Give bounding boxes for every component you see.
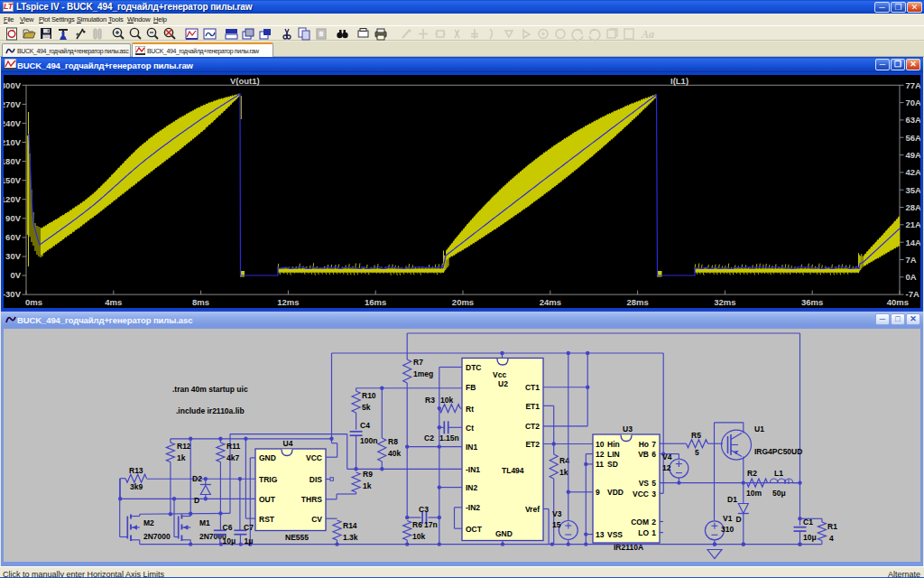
- svg-text:R10: R10: [362, 391, 376, 400]
- svg-text:R9: R9: [363, 470, 373, 479]
- svg-text:300V: 300V: [4, 80, 22, 90]
- svg-text:50μ: 50μ: [772, 489, 786, 498]
- svg-text:2N7000: 2N7000: [143, 532, 171, 541]
- svg-text:C4: C4: [360, 421, 370, 430]
- svg-text:49A: 49A: [906, 150, 921, 160]
- svg-text:VDD: VDD: [607, 488, 624, 497]
- svg-text:C6: C6: [223, 523, 233, 532]
- svg-text:RST: RST: [259, 515, 275, 524]
- svg-text:1.3k: 1.3k: [343, 533, 358, 542]
- svg-text:R3: R3: [425, 396, 435, 405]
- svg-text:150V: 150V: [4, 175, 22, 185]
- svg-text:TL494: TL494: [502, 466, 524, 475]
- svg-text:Ct: Ct: [466, 424, 474, 433]
- svg-text:28ms: 28ms: [626, 297, 648, 307]
- svg-text:V1: V1: [723, 514, 733, 523]
- svg-text:OCT: OCT: [466, 525, 483, 534]
- svg-text:10m: 10m: [746, 489, 762, 498]
- svg-text:COM: COM: [631, 517, 649, 527]
- svg-text:IN2: IN2: [466, 483, 478, 492]
- svg-text:10μ: 10μ: [803, 533, 817, 542]
- svg-text:4: 4: [829, 534, 834, 543]
- svg-text:I(L1): I(L1): [670, 76, 688, 86]
- svg-text:Vcc: Vcc: [493, 370, 506, 379]
- svg-text:C7: C7: [244, 523, 254, 532]
- svg-text:40ms: 40ms: [887, 297, 909, 307]
- svg-text:60V: 60V: [5, 232, 22, 242]
- svg-text:ET1: ET1: [525, 402, 540, 411]
- svg-text:R14: R14: [343, 521, 357, 530]
- svg-text:DTC: DTC: [466, 363, 481, 372]
- svg-text:17n: 17n: [424, 520, 438, 529]
- svg-text:V3: V3: [552, 509, 562, 518]
- svg-text:U3: U3: [623, 424, 633, 434]
- svg-text:GND: GND: [259, 453, 276, 462]
- svg-text:56A: 56A: [906, 133, 921, 143]
- svg-text:ET2: ET2: [525, 440, 540, 449]
- svg-text:R8: R8: [388, 437, 398, 446]
- svg-text:L1: L1: [774, 469, 783, 478]
- svg-text:TRIG: TRIG: [259, 475, 278, 484]
- svg-text:R13: R13: [129, 466, 143, 475]
- svg-text:1μ: 1μ: [245, 536, 254, 545]
- svg-text:15: 15: [552, 520, 561, 529]
- svg-text:36ms: 36ms: [801, 297, 823, 307]
- svg-text:R2: R2: [747, 469, 757, 478]
- svg-text:IR2110A: IR2110A: [614, 543, 643, 552]
- svg-text:5: 5: [695, 448, 699, 457]
- svg-text:8ms: 8ms: [192, 297, 209, 307]
- svg-text:14A: 14A: [906, 238, 921, 247]
- svg-text:Hin: Hin: [607, 440, 620, 449]
- svg-text:1k: 1k: [177, 453, 186, 462]
- svg-text:LIN: LIN: [607, 450, 620, 459]
- svg-text:-IN1: -IN1: [466, 465, 480, 474]
- svg-text:IN1: IN1: [466, 443, 478, 452]
- svg-text:V4: V4: [662, 452, 672, 461]
- svg-text:V(out1): V(out1): [230, 76, 260, 86]
- svg-text:U4: U4: [283, 439, 293, 448]
- svg-text:42A: 42A: [906, 167, 921, 177]
- svg-text:VB: VB: [638, 450, 649, 459]
- svg-text:4ms: 4ms: [105, 297, 122, 307]
- svg-text:6: 6: [651, 450, 656, 459]
- svg-text:180V: 180V: [4, 156, 22, 166]
- svg-text:1k: 1k: [559, 468, 568, 477]
- svg-text:40k: 40k: [388, 449, 401, 458]
- svg-text:D2: D2: [192, 474, 202, 483]
- svg-text:21A: 21A: [906, 219, 921, 229]
- svg-text:.include ir2110a.lib: .include ir2110a.lib: [176, 406, 245, 415]
- svg-text:28A: 28A: [906, 202, 921, 212]
- svg-text:1.15n: 1.15n: [439, 434, 459, 443]
- svg-text:1k: 1k: [363, 481, 372, 490]
- svg-text:R6: R6: [412, 520, 422, 529]
- svg-text:Rt: Rt: [466, 405, 474, 414]
- svg-text:LO: LO: [638, 528, 649, 537]
- svg-text:D1: D1: [727, 495, 737, 504]
- svg-text:13: 13: [596, 530, 605, 539]
- svg-text:5: 5: [651, 479, 656, 488]
- svg-text:R11: R11: [226, 442, 240, 451]
- svg-text:CV: CV: [311, 515, 322, 524]
- svg-text:VSS: VSS: [607, 530, 623, 539]
- svg-text:0A: 0A: [906, 272, 917, 282]
- svg-text:THRS: THRS: [301, 495, 322, 504]
- svg-text:M2: M2: [143, 518, 154, 527]
- svg-text:10: 10: [596, 440, 605, 449]
- svg-text:0V: 0V: [10, 270, 21, 280]
- svg-text:4k7: 4k7: [226, 453, 239, 462]
- svg-text:-IN2: -IN2: [466, 503, 480, 512]
- svg-text:32ms: 32ms: [714, 297, 735, 307]
- svg-text:VCC: VCC: [306, 453, 322, 462]
- svg-text:5k: 5k: [362, 403, 371, 412]
- svg-text:12: 12: [596, 450, 605, 459]
- svg-text:FB: FB: [466, 383, 476, 392]
- svg-text:12ms: 12ms: [277, 297, 299, 307]
- svg-text:CT1: CT1: [525, 383, 540, 392]
- svg-text:20ms: 20ms: [452, 297, 474, 307]
- svg-text:7: 7: [651, 440, 656, 449]
- svg-text:M1: M1: [199, 518, 210, 527]
- svg-text:NE555: NE555: [285, 533, 309, 542]
- svg-text:U2: U2: [498, 379, 508, 388]
- svg-text:IRG4PC50UD: IRG4PC50UD: [754, 447, 802, 456]
- svg-text:-30V: -30V: [4, 289, 22, 299]
